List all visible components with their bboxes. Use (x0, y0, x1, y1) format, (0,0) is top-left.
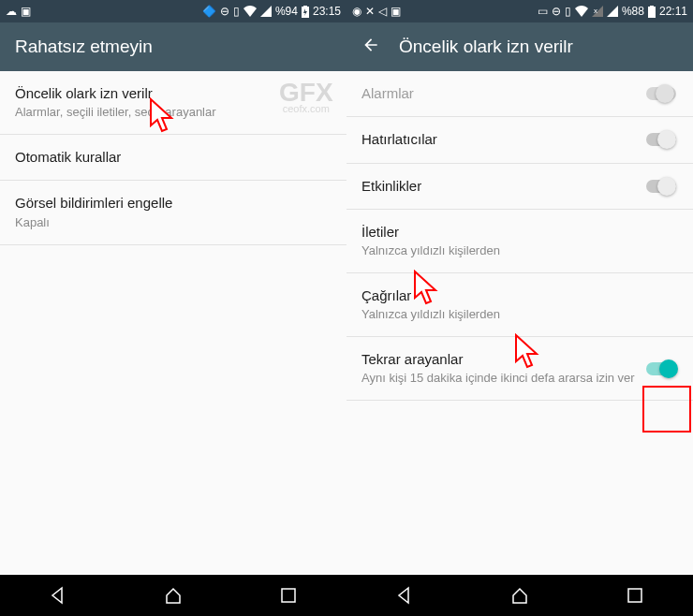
toggle-reminders[interactable] (644, 130, 678, 149)
back-button[interactable] (361, 36, 380, 59)
item-title: Tekrar arayanlar (361, 350, 635, 369)
svg-rect-4 (650, 6, 654, 7)
nav-home[interactable] (509, 584, 531, 607)
clock: 23:15 (313, 5, 341, 18)
item-block-visual[interactable]: Görsel bildirimleri engelle Kapalı (0, 181, 346, 244)
bluetooth-icon: 🔷 (202, 5, 216, 18)
item-alarms: Alarmlar (346, 71, 693, 117)
battery-percent: %94 (275, 5, 298, 18)
signal-icon (607, 6, 618, 17)
item-title: Otomatik kurallar (15, 148, 332, 167)
nav-back[interactable] (393, 584, 416, 607)
item-subtitle: Kapalı (15, 215, 332, 231)
svg-rect-6 (628, 589, 641, 602)
battery-icon (302, 6, 309, 18)
signal-none-icon: x (592, 6, 603, 17)
svg-rect-1 (303, 6, 307, 7)
screen-dnd: ☁ ▣ 🔷 ⊖ ▯ %94 23:15 Rahatsız etmeyin Önc… (0, 0, 346, 575)
wifi-icon (575, 6, 588, 17)
item-calls[interactable]: Çağrılar Yalnızca yıldızlı kişilerden (346, 273, 693, 337)
app-bar: Rahatsız etmeyin (0, 22, 346, 71)
item-title: Hatırlatıcılar (361, 130, 635, 149)
item-title: Çağrılar (361, 286, 678, 305)
item-priority-only[interactable]: Öncelik olark izn verilr Alarmlar, seçil… (0, 71, 346, 135)
nav-back[interactable] (47, 584, 69, 607)
item-title: İletiler (361, 223, 678, 242)
cast-icon: ▭ (538, 5, 548, 18)
dnd-icon: ⊖ (552, 5, 561, 18)
toggle-events[interactable] (644, 177, 678, 196)
svg-rect-3 (648, 7, 656, 18)
back-icon: ◁ (378, 5, 387, 18)
item-title: Etkinlikler (361, 177, 635, 196)
missed-call-icon: ✕ (365, 5, 375, 18)
page-title: Rahatsız etmeyin (15, 37, 153, 57)
status-bar: ◉ ✕ ◁ ▣ ▭ ⊖ ▯ x %88 22:11 (346, 0, 693, 22)
toggle-alarms (644, 84, 678, 103)
cloud-icon: ☁ (6, 5, 17, 18)
vibrate-icon: ▯ (565, 5, 571, 18)
clock: 22:11 (659, 5, 687, 18)
svg-rect-5 (282, 589, 295, 602)
screen-priority: ◉ ✕ ◁ ▣ ▭ ⊖ ▯ x %88 22:11 Öncelik olark … (346, 0, 693, 575)
item-events[interactable]: Etkinlikler (346, 164, 693, 210)
item-subtitle: Yalnızca yıldızlı kişilerden (361, 307, 678, 323)
item-title: Görsel bildirimleri engelle (15, 194, 332, 213)
wifi-icon (243, 6, 257, 17)
status-bar: ☁ ▣ 🔷 ⊖ ▯ %94 23:15 (0, 0, 346, 22)
item-auto-rules[interactable]: Otomatik kurallar (0, 135, 346, 181)
battery-icon (648, 6, 656, 18)
line-icon: ◉ (352, 5, 361, 18)
item-subtitle: Alarmlar, seçili iletiler, seçili arayan… (15, 105, 332, 121)
page-title: Öncelik olark izn verilr (399, 37, 573, 57)
item-subtitle: Aynı kişi 15 dakika içinde ikinci defa a… (361, 371, 635, 387)
app-bar: Öncelik olark izn verilr (346, 22, 693, 71)
nav-recent[interactable] (624, 584, 646, 607)
item-reminders[interactable]: Hatırlatıcılar (346, 117, 693, 163)
nav-home[interactable] (162, 584, 184, 607)
item-subtitle: Yalnızca yıldızlı kişilerden (361, 243, 678, 259)
item-title: Alarmlar (361, 84, 635, 103)
image-icon: ▣ (21, 5, 31, 18)
toggle-repeat-callers[interactable] (644, 359, 678, 378)
battery-percent: %88 (622, 5, 644, 18)
svg-text:x: x (594, 7, 597, 15)
item-repeat-callers[interactable]: Tekrar arayanlar Aynı kişi 15 dakika içi… (346, 337, 693, 401)
item-messages[interactable]: İletiler Yalnızca yıldızlı kişilerden (346, 210, 693, 273)
signal-icon (260, 6, 272, 17)
item-title: Öncelik olark izn verilr (15, 84, 332, 103)
image-icon: ▣ (391, 5, 401, 18)
nav-recent[interactable] (277, 584, 300, 607)
vibrate-icon: ▯ (233, 5, 240, 18)
navigation-bar (0, 575, 693, 616)
dnd-icon: ⊖ (220, 5, 229, 18)
